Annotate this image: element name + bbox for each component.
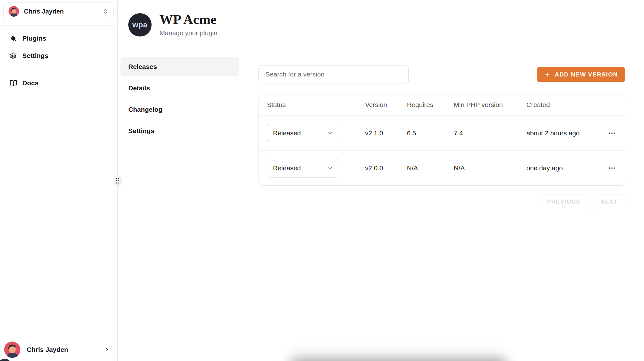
sidebar-user-menu[interactable]: Chris Jayden <box>0 341 118 358</box>
avatar <box>4 341 20 358</box>
tab-changelog[interactable]: Changelog <box>120 100 239 119</box>
pagination: PREVIOUS NEXT <box>258 194 625 209</box>
chevron-right-icon <box>104 347 110 353</box>
tab-settings[interactable]: Settings <box>120 121 239 140</box>
next-button[interactable]: NEXT <box>593 194 625 209</box>
page-title: WP Acme <box>159 13 217 26</box>
plus-icon <box>544 71 551 78</box>
sidebar-item-settings[interactable]: Settings <box>0 49 118 63</box>
col-created: Created <box>526 101 602 109</box>
status-select[interactable]: Released <box>267 124 339 142</box>
table-header: Status Version Requires Min PHP version … <box>259 94 625 116</box>
page-subtitle: Manage your plugin <box>159 29 217 37</box>
app-root: Chris Jayden Plugins Settings Docs <box>0 0 644 361</box>
previous-button[interactable]: PREVIOUS <box>540 194 588 209</box>
chevrons-up-down-icon <box>103 8 109 14</box>
tab-releases[interactable]: Releases <box>120 57 239 76</box>
ellipsis-icon <box>609 133 610 134</box>
cell-created: about 2 hours ago <box>526 129 602 137</box>
col-min-php: Min PHP version <box>454 101 526 109</box>
add-new-version-button[interactable]: ADD NEW VERSION <box>537 67 625 82</box>
cell-min-php: 7.4 <box>454 129 526 137</box>
cell-min-php: N/A <box>454 164 526 172</box>
sidebar-divider <box>0 69 118 69</box>
plugin-logo: wpa <box>128 13 152 37</box>
sidebar: Chris Jayden Plugins Settings Docs <box>0 0 118 361</box>
cell-requires: N/A <box>407 164 454 172</box>
user-name: Chris Jayden <box>27 346 68 353</box>
avatar <box>8 6 19 17</box>
row-actions-menu-button[interactable] <box>605 162 619 174</box>
tab-details[interactable]: Details <box>120 79 239 98</box>
releases-table: Status Version Requires Min PHP version … <box>258 94 625 186</box>
gear-icon <box>10 52 17 59</box>
col-version: Version <box>365 101 407 109</box>
sidebar-item-label: Docs <box>22 79 38 87</box>
sidebar-item-label: Settings <box>22 52 48 59</box>
sidebar-resize-handle[interactable] <box>113 176 122 186</box>
row-actions-menu-button[interactable] <box>605 127 619 139</box>
chevron-down-icon <box>327 165 333 171</box>
table-row: Released v2.1.0 6.5 7.4 about 2 hours ag… <box>259 116 625 150</box>
book-open-icon <box>10 80 17 87</box>
releases-toolbar: ADD NEW VERSION <box>258 65 625 83</box>
cell-version: v2.0.0 <box>365 164 407 172</box>
workspace-switcher[interactable]: Chris Jayden <box>3 3 114 20</box>
plug-icon <box>8 33 19 44</box>
workspace-name: Chris Jayden <box>24 8 64 15</box>
sidebar-item-docs[interactable]: Docs <box>0 76 118 90</box>
sidebar-item-plugins[interactable]: Plugins <box>0 31 118 45</box>
plugin-header: wpa WP Acme Manage your plugin <box>128 13 217 37</box>
cell-requires: 6.5 <box>407 129 454 137</box>
search-input[interactable] <box>258 65 409 83</box>
ellipsis-icon <box>609 167 610 169</box>
sidebar-divider <box>0 25 118 25</box>
grip-dots-icon <box>116 178 119 183</box>
cell-version: v2.1.0 <box>365 129 407 137</box>
col-requires: Requires <box>407 101 454 109</box>
add-new-version-label: ADD NEW VERSION <box>555 71 618 78</box>
cell-created: one day ago <box>526 164 602 172</box>
status-select[interactable]: Released <box>267 159 339 178</box>
table-row: Released v2.0.0 N/A N/A one day ago <box>259 150 625 185</box>
sidebar-item-label: Plugins <box>22 35 46 42</box>
plugin-subnav: Releases Details Changelog Settings <box>120 57 239 143</box>
chevron-down-icon <box>327 130 333 136</box>
releases-panel: ADD NEW VERSION Status Version Requires … <box>258 65 625 209</box>
status-value: Released <box>273 129 301 137</box>
status-value: Released <box>273 164 301 172</box>
col-status: Status <box>267 101 365 109</box>
